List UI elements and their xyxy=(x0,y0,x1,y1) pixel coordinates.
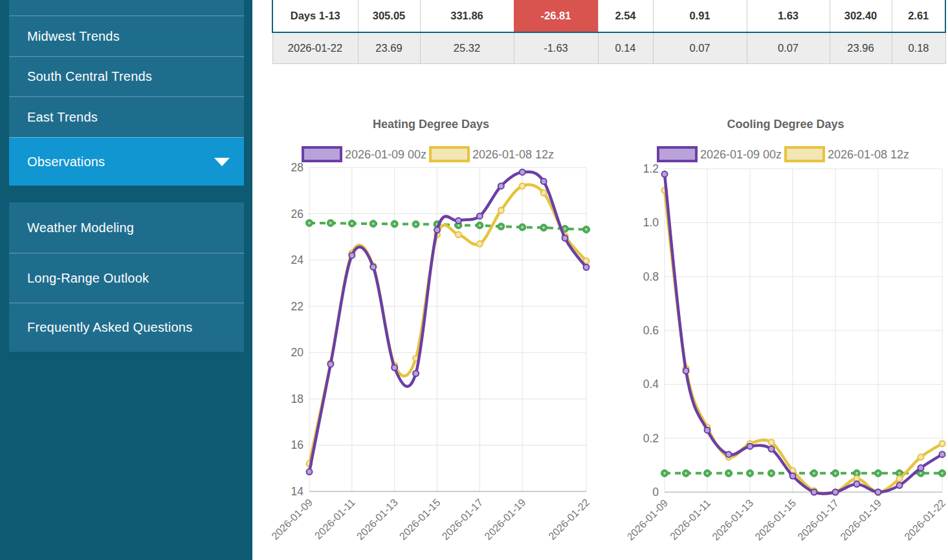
app-window: Mountain Trends Midwest Trends South Cen… xyxy=(0,0,948,560)
series-marker xyxy=(370,264,376,270)
normal-marker-dot xyxy=(585,228,588,231)
x-axis-tick-label: 2026-01-19 xyxy=(482,497,527,542)
series-marker xyxy=(307,469,313,475)
x-axis-tick-label: 2026-01-09 xyxy=(272,497,314,542)
series-marker xyxy=(918,465,924,471)
normal-marker-dot xyxy=(457,224,460,227)
sidebar-item-label: East Trends xyxy=(27,110,98,125)
series-marker xyxy=(456,218,461,224)
summary-value: 2.54 xyxy=(598,0,653,32)
summary-value: 0.91 xyxy=(653,0,747,32)
sidebar-item-observations[interactable]: Observations xyxy=(9,137,244,186)
series-marker xyxy=(811,490,817,495)
series-marker xyxy=(562,235,568,241)
sidebar-item-south-central-trends[interactable]: South Central Trends xyxy=(9,56,244,96)
series-marker xyxy=(769,446,775,452)
normal-marker-dot xyxy=(521,226,524,229)
table-row-date: 2026-01-22 23.69 25.32 -1.63 0.14 0.07 0… xyxy=(272,32,945,64)
legend-swatch xyxy=(303,147,341,161)
series-marker xyxy=(477,241,483,247)
normal-marker-dot xyxy=(479,224,481,227)
x-axis-tick-label: 2026-01-13 xyxy=(355,497,400,542)
sidebar-item-mountain-trends[interactable]: Mountain Trends xyxy=(9,0,244,16)
x-axis-tick-label: 2026-01-17 xyxy=(795,497,841,543)
x-axis-tick-label: 2026-01-09 xyxy=(628,497,670,543)
sidebar-item-label: Observations xyxy=(27,155,105,169)
normal-marker-dot xyxy=(749,472,751,475)
legend-label: 2026-01-09 00z xyxy=(700,148,782,161)
y-axis-tick-label: 1.0 xyxy=(643,216,659,229)
series-marker xyxy=(726,451,732,457)
series-marker xyxy=(876,490,881,495)
series-marker xyxy=(456,232,461,237)
summary-value: 302.40 xyxy=(830,0,892,32)
chart-title: Cooling Degree Days xyxy=(727,118,844,131)
y-axis-tick-label: 0 xyxy=(652,486,659,499)
series-marker xyxy=(897,476,903,482)
date-value: 0.07 xyxy=(747,32,830,64)
series-line xyxy=(665,190,942,493)
summary-value: 1.63 xyxy=(747,0,830,32)
x-axis-tick-label: 2026-01-17 xyxy=(440,497,485,542)
series-marker xyxy=(520,183,525,189)
sidebar-menu-top: Mountain Trends Midwest Trends South Cen… xyxy=(9,0,244,186)
normal-marker-dot xyxy=(542,226,545,229)
y-axis-tick-label: 0.8 xyxy=(643,270,659,283)
date-value: 0.07 xyxy=(653,32,747,64)
normal-marker-dot xyxy=(898,472,901,475)
series-marker xyxy=(413,371,419,376)
normal-marker-dot xyxy=(920,472,922,475)
sidebar-item-east-trends[interactable]: East Trends xyxy=(9,96,244,137)
date-value: 0.18 xyxy=(892,32,945,64)
y-axis-tick-label: 26 xyxy=(291,208,303,221)
normal-marker-dot xyxy=(813,472,815,475)
legend-swatch xyxy=(658,147,696,161)
series-marker xyxy=(541,190,547,196)
normal-marker-dot xyxy=(877,472,879,475)
y-axis-tick-label: 24 xyxy=(291,253,304,266)
y-axis-tick-label: 22 xyxy=(291,300,303,313)
series-line xyxy=(309,172,586,472)
series-marker xyxy=(327,361,333,367)
normal-marker-dot xyxy=(500,225,503,228)
summary-row-label: Days 1-13 xyxy=(272,0,358,32)
y-axis-tick-label: 28 xyxy=(291,161,303,174)
sidebar-item-midwest-trends[interactable]: Midwest Trends xyxy=(9,16,244,56)
degree-day-summary-table: Days 1-13 305.05 331.86 -26.81 2.54 0.91… xyxy=(272,0,946,64)
sidebar-item-long-range-outlook[interactable]: Long-Range Outlook xyxy=(9,253,244,303)
normal-marker-dot xyxy=(351,222,353,225)
sidebar-item-label: Frequently Asked Questions xyxy=(27,320,192,335)
summary-value: 2.61 xyxy=(892,0,945,32)
y-axis-tick-label: 16 xyxy=(291,438,303,451)
series-marker xyxy=(897,482,903,488)
series-marker xyxy=(790,473,796,479)
series-marker xyxy=(498,183,504,189)
series-marker xyxy=(349,252,355,258)
sidebar-item-weather-modeling[interactable]: Weather Modeling xyxy=(9,202,244,253)
normal-marker-dot xyxy=(415,223,417,226)
series-marker xyxy=(705,427,711,433)
series-marker xyxy=(833,490,839,495)
chart-title: Heating Degree Days xyxy=(373,118,489,131)
series-marker xyxy=(498,208,504,213)
series-marker xyxy=(940,441,945,447)
normal-marker-dot xyxy=(855,472,858,475)
normal-marker-dot xyxy=(564,228,566,230)
date-row-label: 2026-01-22 xyxy=(272,32,358,64)
x-axis-tick-label: 2026-01-11 xyxy=(668,497,712,542)
normal-marker-dot xyxy=(770,472,773,475)
series-marker xyxy=(391,365,397,371)
y-axis-tick-label: 0.6 xyxy=(643,324,659,337)
normal-marker-dot xyxy=(706,472,709,475)
x-axis-tick-label: 2026-01-15 xyxy=(397,497,443,542)
chevron-down-icon xyxy=(214,158,230,166)
normal-marker-dot xyxy=(685,472,687,475)
cooling-degree-days-chart: 00.20.40.60.81.01.22026-01-092026-01-112… xyxy=(628,103,948,560)
summary-value-negative-highlight: -26.81 xyxy=(514,0,598,32)
normal-marker-dot xyxy=(393,223,396,226)
heating-degree-days-chart: 14161820222426282026-01-092026-01-112026… xyxy=(272,103,610,560)
x-axis-tick-label: 2026-01-15 xyxy=(753,497,798,543)
sidebar-item-faq[interactable]: Frequently Asked Questions xyxy=(9,303,244,352)
date-value: 0.14 xyxy=(598,32,653,64)
sidebar: Mountain Trends Midwest Trends South Cen… xyxy=(0,0,252,560)
